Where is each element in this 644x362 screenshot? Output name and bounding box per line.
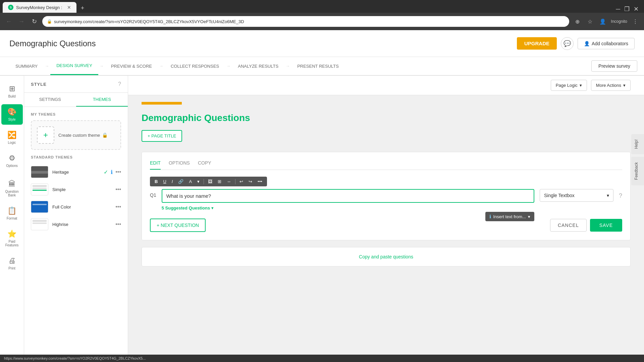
nav-arrow-5: → bbox=[286, 64, 290, 68]
create-custom-text: Create custom theme 🔒 bbox=[58, 132, 108, 138]
incognito-badge: Incognito bbox=[611, 19, 627, 24]
tab-settings[interactable]: SETTINGS bbox=[24, 93, 76, 107]
feedback-panel[interactable]: Feedback bbox=[631, 157, 644, 185]
tab-close-button[interactable]: ✕ bbox=[67, 5, 71, 10]
active-tab[interactable]: S SurveyMonkey Design : ✕ bbox=[3, 2, 76, 13]
browser-chrome: S SurveyMonkey Design : ✕ + ─ ❐ ✕ ← → ↻ … bbox=[0, 0, 644, 30]
add-collaborators-button[interactable]: 👤 Add collaborators bbox=[578, 38, 635, 49]
nav-arrow-4: → bbox=[226, 64, 230, 68]
underline-button[interactable]: U bbox=[161, 178, 168, 185]
simple-more-icon[interactable]: ••• bbox=[115, 186, 121, 192]
survey-topbar: Page Logic ▾ More Actions ▾ bbox=[128, 76, 644, 95]
style-panel-tabs: SETTINGS THEMES bbox=[24, 93, 128, 107]
theme-name-simple: Simple bbox=[52, 187, 111, 192]
survey-yellow-bar bbox=[142, 102, 182, 105]
cancel-button[interactable]: CANCEL bbox=[550, 219, 587, 232]
profile-icon[interactable]: 👤 bbox=[598, 17, 607, 26]
bookmark-icon[interactable]: ☆ bbox=[585, 17, 595, 26]
image-button[interactable]: 🖼 bbox=[206, 178, 214, 185]
text-color-button[interactable]: A bbox=[187, 178, 194, 185]
highrise-more-icon[interactable]: ••• bbox=[115, 221, 121, 227]
main-content: Page Logic ▾ More Actions ▾ Demographic … bbox=[128, 76, 644, 362]
heritage-more-icon[interactable]: ••• bbox=[115, 169, 121, 175]
tab-themes[interactable]: THEMES bbox=[76, 93, 128, 107]
new-tab-button[interactable]: + bbox=[78, 3, 87, 13]
next-question-button[interactable]: + NEXT QUESTION bbox=[150, 219, 206, 232]
theme-item-simple[interactable]: Simple ••• bbox=[31, 181, 121, 198]
tab-copy[interactable]: COPY bbox=[198, 160, 211, 170]
bold-button[interactable]: B bbox=[153, 178, 160, 185]
italic-button[interactable]: I bbox=[170, 178, 175, 185]
fullcolor-more-icon[interactable]: ••• bbox=[115, 204, 121, 210]
question-type-select[interactable]: Single Textbox ▾ bbox=[540, 189, 613, 202]
page-logic-button[interactable]: Page Logic ▾ bbox=[551, 80, 587, 91]
sidebar-item-logic[interactable]: 🔀 Logic bbox=[1, 127, 23, 148]
question-help-icon[interactable]: ? bbox=[619, 189, 622, 199]
preview-survey-button[interactable]: Preview survey bbox=[591, 60, 637, 72]
theme-item-highrise[interactable]: Highrise ••• bbox=[31, 216, 121, 233]
page-title-button[interactable]: + PAGE TITLE bbox=[142, 130, 182, 142]
style-help-icon[interactable]: ? bbox=[118, 81, 121, 87]
nav-present-results[interactable]: PRESENT RESULTS bbox=[291, 57, 345, 75]
url-text: surveymonkey.com/create/?sm=rsYO2R2V0EQO… bbox=[54, 19, 244, 24]
theme-name-fullcolor: Full Color bbox=[52, 204, 111, 209]
theme-item-fullcolor[interactable]: Full Color ••• bbox=[31, 198, 121, 216]
theme-item-heritage[interactable]: Heritage ✓ ℹ ••• bbox=[31, 163, 121, 181]
table-button[interactable]: ⊞ bbox=[216, 178, 223, 185]
copy-paste-area[interactable]: Copy and paste questions bbox=[142, 247, 631, 266]
question-action-right: CANCEL SAVE bbox=[550, 219, 622, 232]
style-panel: STYLE ? SETTINGS THEMES MY THEMES + Crea… bbox=[24, 76, 128, 362]
lock-icon: 🔒 bbox=[102, 132, 108, 138]
heritage-info-icon[interactable]: ℹ bbox=[111, 169, 113, 175]
more-format-button[interactable]: ••• bbox=[256, 178, 264, 185]
sidebar-item-style[interactable]: 🎨 Style bbox=[1, 104, 23, 125]
feedback-icon-button[interactable]: 💬 bbox=[561, 37, 574, 50]
sidebar-item-options[interactable]: ⚙ Options bbox=[1, 150, 23, 171]
nav-collect-responses[interactable]: COLLECT RESPONSES bbox=[165, 57, 225, 75]
tab-options[interactable]: OPTIONS bbox=[169, 160, 190, 170]
suggested-questions[interactable]: 5 Suggested Questions ▾ bbox=[162, 205, 534, 210]
refresh-button[interactable]: ↻ bbox=[30, 17, 39, 26]
heritage-bar bbox=[31, 171, 48, 174]
style-panel-header: STYLE ? bbox=[24, 76, 128, 93]
theme-name-heritage: Heritage bbox=[52, 170, 100, 175]
text-color-dropdown[interactable]: ▾ bbox=[195, 178, 202, 185]
create-custom-theme-button[interactable]: + Create custom theme 🔒 bbox=[31, 120, 121, 150]
heritage-check-icon: ✓ bbox=[104, 169, 108, 175]
link-button[interactable]: 🔗 bbox=[176, 178, 185, 185]
address-bar[interactable]: 🔒 surveymonkey.com/create/?sm=rsYO2R2V0E… bbox=[42, 16, 569, 27]
format-icon: 📋 bbox=[7, 206, 16, 215]
nav-analyze-results[interactable]: ANALYZE RESULTS bbox=[232, 57, 284, 75]
sidebar-item-paid-features[interactable]: ⭐ Paid Features bbox=[1, 226, 23, 250]
undo-button[interactable]: ↩ bbox=[237, 178, 245, 185]
sidebar-item-format[interactable]: 📋 Format bbox=[1, 203, 23, 224]
back-button[interactable]: ← bbox=[4, 17, 13, 26]
build-icon: ⊞ bbox=[9, 84, 15, 93]
more-actions-button[interactable]: More Actions ▾ bbox=[591, 80, 631, 91]
sidebar-item-print[interactable]: 🖨 Print bbox=[1, 253, 23, 274]
help-panel[interactable]: Help! bbox=[631, 134, 644, 154]
sidebar-item-question-bank[interactable]: 🏛 Question Bank bbox=[1, 176, 23, 200]
maximize-button[interactable]: ❐ bbox=[624, 5, 630, 13]
menu-button[interactable]: ⋮ bbox=[631, 17, 640, 26]
forward-button[interactable]: → bbox=[17, 17, 26, 26]
question-text-input[interactable] bbox=[162, 189, 534, 203]
app-header: Demographic Questions UPGRADE 💬 👤 Add co… bbox=[0, 30, 644, 57]
embed-button[interactable]: ↔ bbox=[225, 178, 233, 185]
save-button[interactable]: SAVE bbox=[590, 219, 622, 232]
nav-summary[interactable]: SUMMARY bbox=[9, 57, 44, 75]
main-layout: ⊞ Build 🎨 Style 🔀 Logic ⚙ Options 🏛 Ques… bbox=[0, 76, 644, 362]
tab-edit[interactable]: EDIT bbox=[150, 160, 161, 170]
standard-themes-section: STANDARD THEMES Heritage ✓ ℹ ••• bbox=[24, 155, 128, 238]
cast-icon[interactable]: ⊕ bbox=[573, 17, 582, 26]
question-row: Q1 ℹ Insert text from... ▾ 5 Suggested Q… bbox=[150, 189, 622, 210]
nav-design-survey[interactable]: DESIGN SURVEY bbox=[50, 57, 98, 75]
insert-text-popup[interactable]: ℹ Insert text from... ▾ bbox=[485, 212, 534, 221]
minimize-button[interactable]: ─ bbox=[616, 6, 620, 13]
close-button[interactable]: ✕ bbox=[634, 5, 639, 13]
upgrade-button[interactable]: UPGRADE bbox=[517, 37, 557, 50]
nav-preview-score[interactable]: PREVIEW & SCORE bbox=[105, 57, 158, 75]
sidebar-item-build[interactable]: ⊞ Build bbox=[1, 81, 23, 102]
type-select-chevron-icon: ▾ bbox=[607, 193, 609, 198]
redo-button[interactable]: ↪ bbox=[247, 178, 254, 185]
